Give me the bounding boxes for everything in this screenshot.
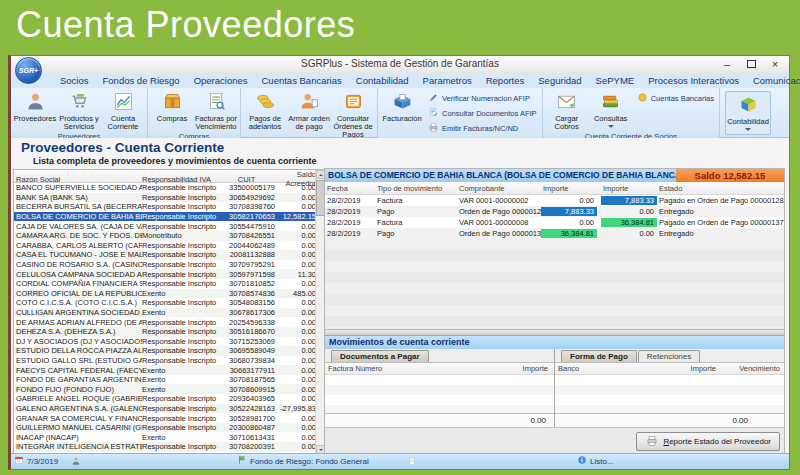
movements-empty-area bbox=[325, 239, 784, 329]
report-provider-status-button[interactable]: Reporte Estado del Proveedor bbox=[636, 432, 780, 451]
ribbon-button-facturacion[interactable]: Facturación bbox=[380, 89, 424, 135]
ribbon-button-cargar-cobros[interactable]: Cargar Cobros bbox=[545, 89, 589, 131]
menu-item-reportes[interactable]: Reportes bbox=[479, 74, 532, 88]
title-bar: SGRPlus - Sistema de Gestión de Garantía… bbox=[11, 56, 789, 74]
report-button-label: Reporte Estado del Proveedor bbox=[663, 437, 771, 446]
provider-row[interactable]: BANCO SUPERVIELLE SOCIEDAD ANONIM...Resp… bbox=[14, 183, 315, 193]
provider-row[interactable]: CELULOSA CAMPANA SOCIEDAD ANONIM...Respo… bbox=[14, 269, 315, 279]
provider-row[interactable]: DJ Y ASOCIADOS (DJ Y ASOCIADOS)Responsab… bbox=[14, 337, 315, 347]
close-button[interactable]: × bbox=[763, 56, 787, 71]
ribbon-button-compras[interactable]: Compras bbox=[150, 89, 194, 131]
provider-row[interactable]: FONDO DE GARANTIAS ARGENTINO - FOG...Exe… bbox=[14, 375, 315, 385]
provider-row[interactable]: GALENO ARGENTINA S.A. (GALENO ARGE...Res… bbox=[14, 404, 315, 414]
ribbon-button-proveedores[interactable]: Proveedores bbox=[13, 89, 57, 131]
provider-row[interactable]: ESTUDIO DELLA ROCCA PIAZZA ALMARZA...Res… bbox=[14, 346, 315, 356]
tab-retenciones[interactable]: Retenciones bbox=[638, 350, 700, 362]
menu-item-procesos-interactivos[interactable]: Procesos Interactivos bbox=[641, 74, 746, 88]
splitter-handle[interactable] bbox=[325, 329, 784, 336]
movement-row[interactable]: 28/2/2019PagoOrden de Pago 0000013736,38… bbox=[325, 228, 784, 239]
ribbon-button-consultas[interactable]: Consultas bbox=[589, 89, 633, 131]
restore-button[interactable] bbox=[739, 56, 763, 71]
ribbon: ProveedoresProductos y ServiciosCuenta C… bbox=[11, 88, 789, 138]
status-date: 7/3/2019 bbox=[27, 457, 58, 466]
calendar-icon bbox=[14, 455, 24, 467]
flag-icon bbox=[237, 455, 247, 467]
providers-rows: BANCO SUPERVIELLE SOCIEDAD ANONIM...Resp… bbox=[14, 183, 315, 454]
provider-row[interactable]: FAECYS CAPITAL FEDERAL (FAECYS CAPI...Ex… bbox=[14, 365, 315, 375]
ribbon-link-consultar-documentos-afip[interactable]: Consultar Documentos AFIP bbox=[428, 107, 537, 120]
documentos-rows bbox=[325, 375, 554, 413]
movement-row[interactable]: 28/2/2019PagoOrden de Pago 000001287,883… bbox=[325, 206, 784, 217]
tab-forma-de-pago[interactable]: Forma de Pago bbox=[561, 350, 637, 362]
orders-book-icon bbox=[343, 91, 364, 114]
window-title: SGRPlus - Sistema de Gestión de Garantía… bbox=[11, 58, 789, 69]
printer-icon bbox=[645, 434, 659, 450]
info-icon bbox=[577, 455, 587, 467]
detail-panel: BOLSA DE COMERCIO DE BAHIA BLANCA (BOLSA… bbox=[324, 168, 785, 456]
pencil-icon bbox=[428, 92, 439, 105]
provider-row[interactable]: CORREO OFICIAL DE LA REPUBLICA ARGE...Ex… bbox=[14, 289, 315, 299]
menu-item-fondos-de-riesgo[interactable]: Fondos de Riesgo bbox=[96, 74, 187, 88]
ribbon-button-contabilidad[interactable]: Contabilidad bbox=[725, 91, 771, 135]
documentos-panel: Documentos a Pagar Factura Número Import… bbox=[325, 349, 555, 427]
user-icon bbox=[71, 455, 81, 467]
banner-title: Cuenta Proveedores bbox=[16, 4, 355, 46]
menu-item-seguridad[interactable]: Seguridad bbox=[531, 74, 588, 88]
coins-icon bbox=[255, 91, 276, 114]
ribbon-link-verificar-numeracion-afip[interactable]: Verificar Numeracion AFIP bbox=[428, 92, 537, 105]
page-title: Proveedores - Cuenta Corriente bbox=[21, 140, 224, 155]
provider-row[interactable]: CASA EL TUCUMANO - JOSE E MALLMANN ...Re… bbox=[14, 250, 315, 260]
provider-row[interactable]: CASINO DE ROSARIO S.A. (CASINO DE R...Re… bbox=[14, 260, 315, 270]
ribbon-button-cuenta-corriente[interactable]: Cuenta Corriente bbox=[101, 89, 145, 131]
col-factura-numero: Factura Número bbox=[325, 364, 488, 373]
providers-table: Razón SocialResponsabilidad IVACUITSaldo… bbox=[13, 169, 327, 455]
movement-row[interactable]: 28/2/2019FacturaVAR 0001-000000080.0036,… bbox=[325, 217, 784, 228]
provider-row[interactable]: INACAP (INACAP)Exento307106134310.00 bbox=[14, 432, 315, 442]
app-logo-icon[interactable]: SGR+ bbox=[15, 57, 42, 84]
minimize-button[interactable]: – bbox=[715, 56, 739, 71]
provider-row[interactable]: CAJA DE VALORES SA. (CAJA DE VALORES...R… bbox=[14, 221, 315, 231]
ribbon-link-emitir-facturas-nc-nd[interactable]: Emitir Facturas/NC/ND bbox=[428, 122, 537, 135]
menu-item-contabilidad[interactable]: Contabilidad bbox=[349, 74, 416, 88]
page-icon bbox=[407, 455, 417, 467]
selected-provider-title: BOLSA DE COMERCIO DE BAHIA BLANCA (BOLSA… bbox=[325, 169, 676, 182]
ribbon-button-facturas-por-vencimiento[interactable]: Facturas por Vencimiento bbox=[194, 89, 238, 131]
ribbon-button-productos-y-servicios[interactable]: Productos y Servicios bbox=[57, 89, 101, 131]
provider-row[interactable]: DE ARMAS ADRIAN ALFREDO (DE ARMAS ...Res… bbox=[14, 317, 315, 327]
provider-row[interactable]: CAMARA ARG. DE SOC. Y FDOS. DE GTIA ...M… bbox=[14, 231, 315, 241]
provider-row[interactable]: CULLIGAN ARGENTINA SOCIEDAD ANONI...Exen… bbox=[14, 308, 315, 318]
books-icon bbox=[600, 91, 621, 114]
ribbon-group-proveedores: ProveedoresProductos y ServiciosCuenta C… bbox=[11, 88, 148, 137]
provider-row[interactable]: INTEGRAR INTELIGENCIA ESTRATEGICA S...Re… bbox=[14, 442, 315, 452]
menu-item-sepyme[interactable]: SePYME bbox=[589, 74, 642, 88]
provider-row[interactable]: FONDO FIJO (FONDO FIJO)Exento30708609915… bbox=[14, 384, 315, 394]
provider-row[interactable]: BECERRA BURSATIL SA (BECERRA BURSA...Res… bbox=[14, 202, 315, 212]
movement-row[interactable]: 28/2/2019FacturaVAR 0001-000000020.007,8… bbox=[325, 195, 784, 206]
menu-item-operaciones[interactable]: Operaciones bbox=[187, 74, 255, 88]
provider-row[interactable]: GUILLERMO MANUEL CASARINI (GUILLER...Res… bbox=[14, 423, 315, 433]
provider-row[interactable]: DEHEZA S.A. (DEHEZA S.A.)Responsable Ins… bbox=[14, 327, 315, 337]
tab-documentos-a-pagar[interactable]: Documentos a Pagar bbox=[331, 350, 429, 362]
movements-rows: 28/2/2019FacturaVAR 0001-000000020.007,8… bbox=[325, 195, 784, 239]
provider-row[interactable]: CORDIAL COMPAÑIA FINANCIERA S.A (C...Res… bbox=[14, 279, 315, 289]
provider-row[interactable]: COTO C.I.C.S.A. (COTO C.I.C.S.A.)Respons… bbox=[14, 298, 315, 308]
box-icon bbox=[162, 91, 183, 114]
ribbon-link-cuentas-bancarias[interactable]: Cuentas Bancarias bbox=[637, 92, 714, 105]
menu-item-socios[interactable]: Socios bbox=[53, 74, 96, 88]
provider-row[interactable]: CARABBA, CARLOS ALBERTO (CARABBA, ...Res… bbox=[14, 241, 315, 251]
content-area: Proveedores - Cuenta Corriente Lista com… bbox=[11, 138, 789, 454]
menu-item-comunicaciones[interactable]: Comunicaciones bbox=[746, 74, 800, 88]
provider-row[interactable]: GRANAR SA COMERCIAL Y FINANCIERA (...Res… bbox=[14, 413, 315, 423]
provider-row[interactable]: BANK SA (BANK SA)Responsable Inscripto30… bbox=[14, 193, 315, 203]
provider-row[interactable]: BOLSA DE COMERCIO DE BAHIA BLANCA (...Re… bbox=[14, 212, 315, 222]
provider-row[interactable]: GABRIELE ANGEL ROQUE (GABRIELE ANGE...Re… bbox=[14, 394, 315, 404]
ribbon-group-contabilidad: Contabilidad bbox=[720, 88, 776, 137]
status-ready: Listo... bbox=[590, 457, 614, 466]
provider-row[interactable]: ESTUDIO GALLO SRL (ESTUDIO GALLO SRL)Res… bbox=[14, 356, 315, 366]
chart-icon bbox=[113, 91, 134, 114]
menu-item-cuentas-bancarias[interactable]: Cuentas Bancarias bbox=[255, 74, 349, 88]
col-banco: Banco bbox=[555, 364, 660, 373]
col-vencimiento: Vencimiento bbox=[722, 364, 784, 373]
menu-item-parametros[interactable]: Parametros bbox=[416, 74, 479, 88]
col-importe: Importe bbox=[660, 364, 722, 373]
